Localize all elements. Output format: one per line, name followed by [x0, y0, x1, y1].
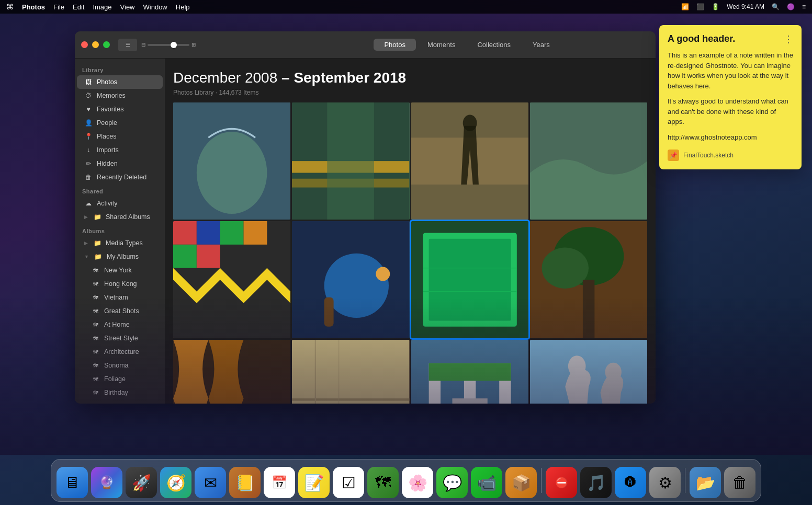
- media-types-icon: 📁: [93, 239, 102, 247]
- zoom-slider-track[interactable]: [148, 44, 189, 46]
- media-types-expand-icon: ▶: [84, 240, 88, 246]
- dock-item-system-prefs[interactable]: ⚙: [649, 467, 681, 498]
- dock-item-music[interactable]: 🎵: [580, 467, 612, 498]
- people-icon: 👤: [84, 119, 93, 127]
- ghostnote-menu-button[interactable]: ⋮: [780, 33, 793, 45]
- sidebar-item-my-albums[interactable]: ▼ 📁 My Albums: [77, 250, 163, 263]
- photos-dock-icon: 🌸: [408, 474, 427, 492]
- photo-cell-3[interactable]: [411, 102, 528, 220]
- sidebar-item-recently-deleted[interactable]: 🗑 Recently Deleted: [77, 170, 163, 184]
- dock-item-safari[interactable]: 🧭: [160, 467, 191, 498]
- menubar-left: ⌘ Photos File Edit Image View Window Hel…: [6, 3, 190, 11]
- dock-item-launchpad[interactable]: 🚀: [126, 467, 157, 498]
- zoom-slider-thumb[interactable]: [171, 42, 177, 48]
- dock-item-reminders[interactable]: ☑: [333, 467, 364, 498]
- zoom-slider-area: ⊟ ⊞: [141, 42, 196, 48]
- dock-item-photos[interactable]: 🌸: [402, 467, 433, 498]
- dock-item-news[interactable]: ⛔: [546, 467, 577, 498]
- tab-collections[interactable]: Collections: [467, 39, 521, 51]
- svg-rect-13: [197, 221, 220, 245]
- photo-cell-2[interactable]: [292, 102, 409, 220]
- search-icon[interactable]: 🔍: [772, 3, 780, 10]
- dock-separator-2: [685, 468, 685, 493]
- apple-logo-icon[interactable]: ⌘: [6, 3, 14, 11]
- photo-cell-4[interactable]: [530, 102, 647, 220]
- sidebar-item-shared-albums[interactable]: ▶ 📁 Shared Albums: [77, 210, 163, 224]
- title-bar: ☰ ⊟ ⊞ Photos Moments Collections Years: [75, 31, 656, 59]
- menubar-file[interactable]: File: [53, 3, 64, 11]
- menubar-window[interactable]: Window: [143, 3, 167, 11]
- mail-icon: ✉: [204, 474, 217, 492]
- sidebar-item-hong-kong[interactable]: 🗺 Hong Kong: [77, 277, 163, 291]
- svg-point-21: [376, 267, 390, 281]
- ghostnote-link[interactable]: http://www.ghostnoteapp.com: [668, 132, 793, 143]
- dock-item-mail[interactable]: ✉: [195, 467, 226, 498]
- dock-item-finder[interactable]: 🖥: [57, 467, 88, 498]
- dock-item-notes[interactable]: 📝: [298, 467, 330, 498]
- calendar-icon: 📅: [272, 475, 287, 490]
- places-icon: 📍: [84, 132, 93, 141]
- maximize-button[interactable]: [103, 41, 110, 48]
- sidebar-imports-label: Imports: [97, 146, 119, 154]
- siri-icon[interactable]: 🟣: [787, 3, 795, 10]
- svg-rect-6: [328, 102, 375, 220]
- close-button[interactable]: [81, 41, 88, 48]
- ghostnote-body: This is an example of a note written in …: [668, 50, 793, 142]
- dock-item-facetime[interactable]: 📹: [471, 467, 502, 498]
- appstore-icon: 🅐: [625, 476, 636, 489]
- sidebar-favorites-label: Favorites: [97, 106, 123, 113]
- dock-item-notefile[interactable]: 📒: [229, 467, 261, 498]
- control-center-icon[interactable]: ≡: [802, 3, 806, 10]
- ghostnote-header: A good header. ⋮: [668, 33, 793, 45]
- dock: 🖥 🔮 🚀 🧭 ✉ 📒 📅 📝 ☑ 🗺 🌸 💬 📹 📦 ⛔ 🎵: [51, 459, 761, 502]
- sidebar-item-people[interactable]: 👤 People: [77, 116, 163, 130]
- dock-item-calendar[interactable]: 📅: [264, 467, 295, 498]
- dock-separator: [541, 468, 542, 493]
- my-albums-icon: 📁: [94, 252, 103, 261]
- photo-cell-1[interactable]: [173, 102, 290, 220]
- sidebar-item-new-york[interactable]: 🗺 New York: [77, 263, 163, 277]
- sidebar-toggle-button[interactable]: ☰: [118, 39, 137, 51]
- menubar-view[interactable]: View: [120, 3, 135, 11]
- sidebar-places-label: Places: [97, 133, 117, 140]
- minimize-button[interactable]: [92, 41, 99, 48]
- sidebar-item-imports[interactable]: ↓ Imports: [77, 143, 163, 157]
- dock-item-deliveries[interactable]: 📦: [505, 467, 537, 498]
- sidebar-item-places[interactable]: 📍 Places: [77, 130, 163, 143]
- dock-item-appstore[interactable]: 🅐: [615, 467, 646, 498]
- sidebar-shared-label: Shared: [75, 184, 165, 197]
- trash-icon: 🗑: [84, 173, 93, 181]
- memories-icon: ⏱: [84, 91, 93, 100]
- sidebar-people-label: People: [97, 119, 117, 127]
- imports-icon: ↓: [84, 146, 93, 154]
- dock-item-folder[interactable]: 📂: [690, 467, 721, 498]
- tab-photos[interactable]: Photos: [374, 39, 415, 51]
- dock-item-trash[interactable]: 🗑: [724, 467, 755, 498]
- sidebar-item-favorites[interactable]: ♥ Favorites: [77, 102, 163, 116]
- photos-icon: 🖼: [84, 78, 93, 86]
- menubar-image[interactable]: Image: [93, 3, 111, 11]
- dock-item-messages[interactable]: 💬: [436, 467, 468, 498]
- airplay-icon: ⬛: [696, 3, 704, 10]
- sidebar-item-activity[interactable]: ☁ Activity: [77, 197, 163, 210]
- sidebar-item-photos[interactable]: 🖼 Photos: [77, 75, 163, 89]
- sidebar-item-memories[interactable]: ⏱ Memories: [77, 89, 163, 102]
- dock-item-maps[interactable]: 🗺: [367, 467, 399, 498]
- ghostnote-app-icon: 📌: [668, 150, 679, 161]
- menubar-edit[interactable]: Edit: [73, 3, 84, 11]
- date-end: September 2018: [294, 70, 406, 86]
- sidebar-item-hidden[interactable]: ✏ Hidden: [77, 157, 163, 170]
- tab-years[interactable]: Years: [522, 39, 560, 51]
- menubar-help[interactable]: Help: [176, 3, 190, 11]
- ghostnote-popup: A good header. ⋮ This is an example of a…: [659, 25, 802, 169]
- tab-bar: Photos Moments Collections Years: [374, 39, 560, 51]
- siri-dock-icon: 🔮: [99, 475, 115, 490]
- menubar-app-name: Photos: [22, 3, 45, 11]
- tab-moments[interactable]: Moments: [417, 39, 466, 51]
- shared-albums-icon: 📁: [93, 213, 102, 221]
- sidebar-memories-label: Memories: [97, 92, 126, 99]
- dock-item-siri[interactable]: 🔮: [91, 467, 122, 498]
- sidebar-item-media-types[interactable]: ▶ 📁 Media Types: [77, 236, 163, 250]
- finder-icon: 🖥: [64, 474, 80, 491]
- activity-icon: ☁: [84, 199, 93, 208]
